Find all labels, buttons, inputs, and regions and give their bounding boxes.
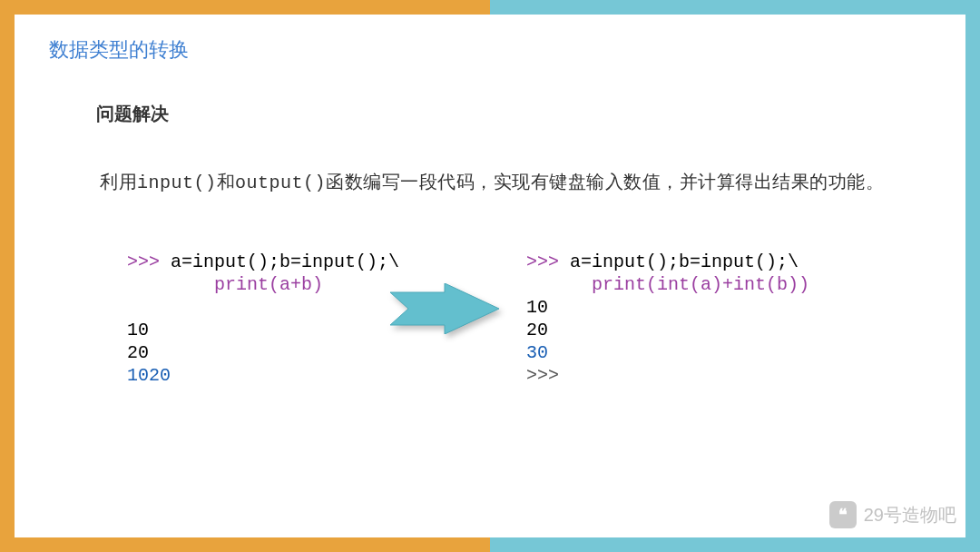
code-line: print(a+b) [214, 274, 323, 295]
code-block-before: >>> a=input();b=input();\ print(a+b) 10 … [127, 251, 399, 387]
prompt: >>> [526, 251, 570, 272]
stdin-line: 10 [127, 320, 149, 340]
code-indent [526, 274, 592, 295]
frame-orange-top [0, 0, 490, 15]
watermark-text: 29号造物吧 [864, 503, 956, 527]
code-block-after: >>> a=input();b=input();\ print(int(a)+i… [526, 251, 809, 387]
desc-text: 函数编写一段代码，实现有键盘输入数值，并计算得出结果的功能。 [326, 172, 884, 192]
prompt: >>> [127, 251, 171, 272]
code-line: print(int(a)+int(b)) [592, 274, 809, 295]
frame-blue-top [490, 0, 980, 15]
code-line: a=input();b=input();\ [570, 251, 799, 272]
svg-marker-0 [390, 283, 499, 334]
desc-fn1: input() [137, 172, 217, 193]
frame-orange-bottom [0, 537, 490, 552]
stdin-line: 20 [526, 320, 548, 340]
stdout-line: 30 [526, 342, 548, 363]
frame-blue-bottom [490, 537, 980, 552]
desc-text: 利用 [100, 172, 137, 192]
slide: 数据类型的转换 问题解决 利用input()和output()函数编写一段代码，… [0, 0, 980, 552]
wechat-icon: ❝ [829, 501, 857, 528]
code-indent [127, 274, 214, 295]
code-line: a=input();b=input();\ [171, 251, 399, 272]
desc-text: 和 [217, 172, 236, 192]
slide-title: 数据类型的转换 [49, 36, 189, 64]
frame-blue-right [965, 0, 980, 552]
frame-orange-left [0, 0, 15, 552]
arrow-icon [390, 283, 499, 334]
desc-fn2: output() [235, 172, 326, 193]
stdin-line: 20 [127, 342, 149, 363]
section-heading: 问题解决 [96, 102, 169, 126]
prompt: >>> [526, 365, 559, 386]
watermark: ❝ 29号造物吧 [829, 501, 956, 528]
problem-description: 利用input()和output()函数编写一段代码，实现有键盘输入数值，并计算… [100, 163, 889, 202]
stdin-line: 10 [526, 297, 548, 318]
stdout-line: 1020 [127, 365, 171, 386]
